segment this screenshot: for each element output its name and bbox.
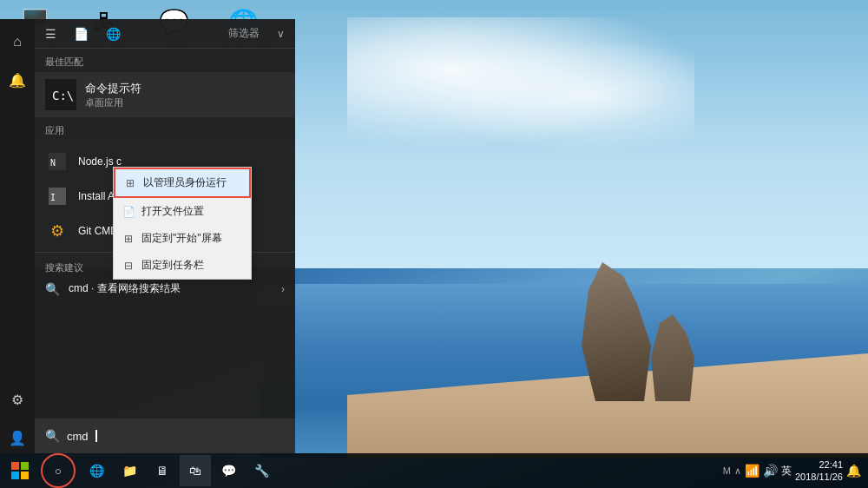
taskbar-search-button[interactable]: ○ <box>41 453 76 488</box>
start-searchbar: 🔍 cmd <box>35 419 295 453</box>
context-item-pin-taskbar[interactable]: ⊟ 固定到任务栏 <box>114 252 251 279</box>
suggestion-item-cmd[interactable]: 🔍 cmd · 查看网络搜索结果 › <box>35 276 295 301</box>
start-button[interactable] <box>0 453 39 488</box>
taskbar-search-icon: ○ <box>55 465 62 478</box>
taskbar-datetime[interactable]: 22:41 2018/11/26 <box>795 458 843 484</box>
taskbar-notification-icon[interactable]: 🔔 <box>846 464 861 478</box>
suggestion-arrow-icon: › <box>281 283 285 295</box>
best-match-info: 命令提示符 卓面应用 <box>85 81 285 109</box>
best-match-item[interactable]: C:\ 命令提示符 卓面应用 <box>35 72 295 117</box>
taskbar-icon-store[interactable]: 🛍 <box>180 455 211 486</box>
suggestion-text: cmd · 查看网络搜索结果 <box>69 281 273 296</box>
pin-taskbar-icon: ⊟ <box>122 260 135 272</box>
taskbar-icon-edge[interactable]: 🌐 <box>81 455 112 486</box>
open-location-icon: 📄 <box>122 206 135 218</box>
start-header-icon-menu[interactable]: ☰ <box>45 27 56 41</box>
search-icon: 🔍 <box>45 429 60 443</box>
sidebar-icon-user[interactable]: 👤 <box>2 422 33 453</box>
start-header: ☰ 📄 🌐 筛选器 ∨ <box>35 19 295 49</box>
taskbar-volume-icon: 🔊 <box>763 464 778 478</box>
taskbar-icons: 🌐 📁 🖥 🛍 💬 🔧 <box>81 455 277 486</box>
start-header-icon-globe[interactable]: 🌐 <box>106 27 121 41</box>
pin-start-label: 固定到"开始"屏幕 <box>141 231 222 246</box>
cmd-icon: C:\ <box>45 79 76 110</box>
taskbar-time-value: 22:41 <box>795 458 843 471</box>
app-icon-gitcmd: ⚙ <box>45 219 69 243</box>
taskbar-arrow-icon[interactable]: ∧ <box>734 465 741 477</box>
search-suggestion-icon: 🔍 <box>45 282 60 296</box>
pin-taskbar-label: 固定到任务栏 <box>141 258 204 273</box>
search-cursor <box>95 430 97 442</box>
windows-logo-icon <box>11 462 29 479</box>
taskbar-date-value: 2018/11/26 <box>795 471 843 483</box>
run-admin-icon: ⊞ <box>124 177 136 189</box>
sidebar-icon-notification[interactable]: 🔔 <box>2 64 33 96</box>
svg-text:C:\: C:\ <box>52 89 73 102</box>
svg-text:N: N <box>50 158 56 168</box>
best-match-sub: 卓面应用 <box>85 96 285 109</box>
app-icon-nodejs: N <box>45 149 69 174</box>
filter-chevron-icon: ∨ <box>277 28 285 40</box>
taskbar-icon-explorer[interactable]: 📁 <box>114 455 145 486</box>
taskbar-icon-misc[interactable]: 🔧 <box>246 455 277 486</box>
pin-start-icon: ⊞ <box>122 233 135 245</box>
filter-label[interactable]: 筛选器 <box>228 26 260 41</box>
run-admin-label: 以管理员身份运行 <box>143 175 227 190</box>
context-item-pin-start[interactable]: ⊞ 固定到"开始"屏幕 <box>114 225 251 252</box>
context-menu: ⊞ 以管理员身份运行 📄 打开文件位置 ⊞ 固定到"开始"屏幕 ⊟ 固定到任务栏 <box>113 167 252 280</box>
taskbar-right: M ∧ 📶 🔊 英 22:41 2018/11/26 🔔 <box>723 458 868 484</box>
sidebar-icon-settings[interactable]: ⚙ <box>2 384 33 415</box>
context-item-run-admin[interactable]: ⊞ 以管理员身份运行 <box>114 168 251 198</box>
start-sidebar: ⌂ 🔔 ⚙ 👤 <box>0 19 35 453</box>
search-value[interactable]: cmd <box>67 430 89 443</box>
taskbar-network-icon: 📶 <box>745 464 760 478</box>
start-header-icon-doc[interactable]: 📄 <box>74 27 89 41</box>
rock-main <box>582 262 651 401</box>
clouds <box>347 17 694 148</box>
svg-text:I: I <box>50 193 56 202</box>
taskbar: ○ 🌐 📁 🖥 🛍 💬 🔧 M ∧ 📶 🔊 英 22:41 2018/11/26… <box>0 453 868 488</box>
best-match-name: 命令提示符 <box>85 81 285 96</box>
app-name-nodejs: Node.js c <box>78 155 285 168</box>
apps-label: 应用 <box>35 117 295 141</box>
taskbar-icon-terminal[interactable]: 🖥 <box>147 455 178 486</box>
app-icon-install: I <box>45 184 69 208</box>
context-item-open-location[interactable]: 📄 打开文件位置 <box>114 198 251 225</box>
open-location-label: 打开文件位置 <box>141 204 204 219</box>
sidebar-icon-home[interactable]: ⌂ <box>2 26 33 57</box>
best-match-label: 最佳匹配 <box>35 49 295 72</box>
taskbar-icon-wechat[interactable]: 💬 <box>213 455 244 486</box>
taskbar-language[interactable]: 英 <box>781 464 792 478</box>
taskbar-M-icon: M <box>723 465 731 476</box>
